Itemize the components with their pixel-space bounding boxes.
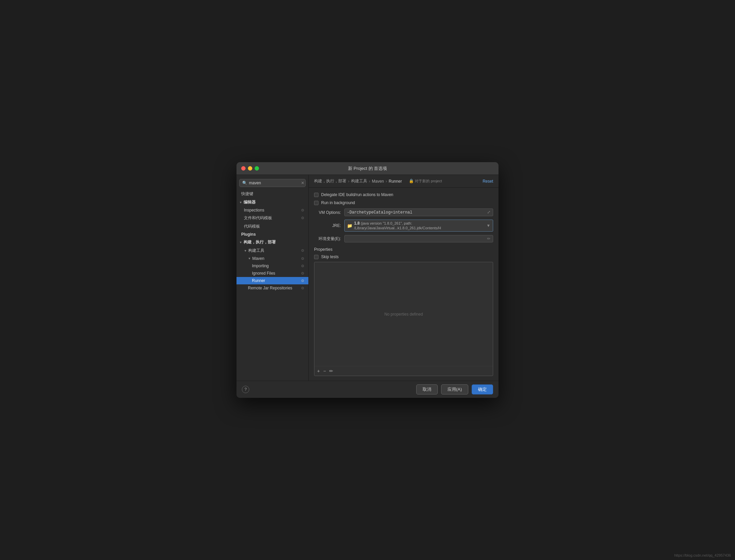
sidebar-item-live-templates[interactable]: 代码模板 — [236, 222, 308, 231]
breadcrumb: 构建，执行，部署 › 构建工具 › Maven › Runner 🔒 对于新的 … — [314, 178, 442, 184]
inspections-config-icon: ⚙ — [301, 208, 304, 213]
vm-options-label: VM Options: — [314, 210, 341, 215]
jre-row: JRE: 📁 1.8 (java version "1.8.0_261", pa… — [314, 220, 493, 232]
env-label: 环境变量(E): — [314, 236, 341, 242]
project-badge: 🔒 对于新的 project — [409, 179, 442, 184]
build-triangle: ▼ — [239, 241, 242, 244]
help-button[interactable]: ? — [242, 386, 249, 393]
breadcrumb-sep-3: › — [386, 179, 387, 184]
reset-button[interactable]: Reset — [483, 179, 493, 184]
env-row: 环境变量(E): ✏ — [314, 235, 493, 242]
maven-config-icon: ⚙ — [301, 256, 304, 261]
ok-button[interactable]: 确定 — [472, 384, 493, 394]
skip-tests-checkbox[interactable] — [314, 255, 318, 259]
panel-body: Delegate IDE build/run actions to Maven … — [309, 188, 499, 381]
vm-options-row: VM Options: -DarchetypeCatalog=internal … — [314, 208, 493, 216]
breadcrumb-part-3: Maven — [372, 179, 384, 184]
env-edit-icon[interactable]: ✏ — [487, 236, 490, 241]
sidebar: 🔍 ✕ 快捷键 ▼ 编辑器 Inspections ⚙ — [236, 175, 309, 381]
close-button[interactable] — [241, 166, 246, 171]
right-panel: 构建，执行，部署 › 构建工具 › Maven › Runner 🔒 对于新的 … — [309, 175, 499, 381]
maximize-button[interactable] — [255, 166, 259, 171]
sidebar-item-build-deploy[interactable]: ▼ 构建，执行，部署 — [236, 238, 308, 246]
runner-config-icon: ⚙ — [301, 279, 304, 283]
sidebar-item-editor-label: ▼ 编辑器 — [239, 199, 256, 205]
background-checkbox-row: Run in background — [314, 200, 493, 205]
skip-tests-label: Skip tests — [321, 254, 339, 259]
dialog-title: 新 Project 的 首选项 — [348, 166, 387, 172]
file-templates-config-icon: ⚙ — [301, 216, 304, 220]
cancel-button[interactable]: 取消 — [416, 384, 438, 394]
sidebar-item-build-tools[interactable]: ▼ 构建工具 ⚙ — [236, 246, 308, 255]
watermark: https://blog.csdn.net/qq_42957436 — [674, 553, 731, 557]
sidebar-item-ignored-files[interactable]: Ignored Files ⚙ — [236, 270, 308, 277]
breadcrumb-current: Runner — [389, 179, 402, 184]
editor-triangle: ▼ — [239, 201, 242, 204]
delegate-checkbox[interactable] — [314, 193, 318, 197]
search-icon: 🔍 — [242, 181, 247, 185]
sidebar-item-maven[interactable]: ▼ Maven ⚙ — [236, 255, 308, 262]
sidebar-item-editor[interactable]: ▼ 编辑器 — [236, 198, 308, 206]
maven-triangle: ▼ — [248, 257, 251, 260]
no-properties-text: No properties defined — [314, 262, 493, 366]
title-bar: 新 Project 的 首选项 — [236, 162, 499, 175]
add-property-button[interactable]: + — [317, 368, 320, 374]
main-content: 🔍 ✕ 快捷键 ▼ 编辑器 Inspections ⚙ — [236, 175, 499, 381]
breadcrumb-part-2: 构建工具 — [351, 178, 367, 184]
sidebar-item-importing[interactable]: Importing ⚙ — [236, 262, 308, 270]
jre-left: 📁 1.8 (java version "1.8.0_261", path: /… — [347, 221, 484, 230]
sidebar-item-runner[interactable]: Runner ⚙ — [236, 277, 308, 284]
background-checkbox[interactable] — [314, 201, 318, 205]
apply-button[interactable]: 应用(A) — [441, 384, 468, 394]
properties-area: No properties defined + − ✏ — [314, 262, 493, 376]
breadcrumb-sep-2: › — [369, 179, 370, 184]
search-box[interactable]: 🔍 ✕ — [239, 179, 306, 187]
sidebar-item-shortcuts-label: 快捷键 — [241, 191, 253, 197]
remove-property-button[interactable]: − — [323, 368, 326, 374]
delegate-checkbox-label: Delegate IDE build/run actions to Maven — [321, 192, 393, 197]
ignored-files-config-icon: ⚙ — [301, 271, 304, 276]
properties-toolbar: + − ✏ — [314, 366, 493, 376]
vm-options-input[interactable]: -DarchetypeCatalog=internal ⤢ — [344, 208, 493, 216]
minimize-button[interactable] — [248, 166, 252, 171]
jre-details: (java version "1.8.0_261", path: /Librar… — [354, 221, 441, 230]
jre-label: JRE: — [314, 223, 341, 228]
sidebar-item-inspections[interactable]: Inspections ⚙ — [236, 206, 308, 214]
sidebar-item-file-templates[interactable]: 文件和代码模板 ⚙ — [236, 214, 308, 222]
expand-icon[interactable]: ⤢ — [487, 210, 490, 215]
env-input[interactable]: ✏ — [344, 235, 493, 242]
dialog-footer: ? 取消 应用(A) 确定 — [236, 381, 499, 398]
breadcrumb-bar: 构建，执行，部署 › 构建工具 › Maven › Runner 🔒 对于新的 … — [309, 175, 499, 188]
footer-right: 取消 应用(A) 确定 — [416, 384, 493, 394]
breadcrumb-part-1: 构建，执行，部署 — [314, 178, 346, 184]
jre-version: 1.8 (java version "1.8.0_261", path: /Li… — [354, 221, 484, 230]
build-tools-config-icon: ⚙ — [301, 248, 304, 253]
folder-icon: 📁 — [347, 223, 352, 228]
skip-tests-row: Skip tests — [314, 254, 493, 259]
sidebar-item-shortcuts[interactable]: 快捷键 — [236, 190, 308, 198]
remote-jar-config-icon: ⚙ — [301, 286, 304, 290]
search-input[interactable] — [249, 181, 299, 185]
jre-select[interactable]: 📁 1.8 (java version "1.8.0_261", path: /… — [344, 220, 493, 232]
delegate-checkbox-row: Delegate IDE build/run actions to Maven — [314, 192, 493, 197]
search-clear-icon[interactable]: ✕ — [301, 181, 304, 185]
properties-section: Properties Skip tests No properties defi… — [314, 247, 493, 376]
traffic-lights — [241, 166, 259, 171]
footer-left: ? — [242, 386, 249, 393]
importing-config-icon: ⚙ — [301, 264, 304, 268]
background-checkbox-label: Run in background — [321, 200, 355, 205]
edit-property-button[interactable]: ✏ — [329, 368, 333, 374]
dialog: 新 Project 的 首选项 🔍 ✕ 快捷键 ▼ 编辑器 — [236, 162, 499, 398]
build-tools-triangle: ▼ — [244, 249, 247, 252]
vm-options-value: -DarchetypeCatalog=internal — [347, 210, 412, 215]
breadcrumb-sep-1: › — [348, 179, 349, 184]
properties-label: Properties — [314, 247, 493, 252]
sidebar-item-plugins[interactable]: Plugins — [236, 231, 308, 238]
sidebar-item-remote-jar[interactable]: Remote Jar Repositories ⚙ — [236, 284, 308, 292]
jre-dropdown-icon: ▼ — [486, 223, 490, 228]
